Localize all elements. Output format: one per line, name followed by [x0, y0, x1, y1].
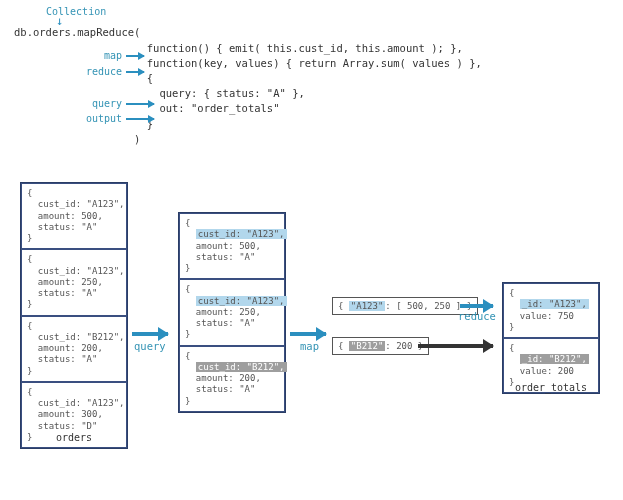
ann-map: map [66, 50, 122, 61]
orders-collection: { cust_id: "A123", amount: 500, status: … [20, 182, 128, 449]
filtered-doc-0: { cust_id: "A123", amount: 500, status: … [179, 213, 285, 279]
arrow-reduce-a [460, 304, 493, 308]
code-line-7: ) [14, 132, 614, 147]
label-collection: Collection [46, 6, 614, 17]
label-reduce: reduce [458, 310, 496, 322]
mapped-pair-b: { "B212": 200 } [332, 337, 429, 355]
filtered-collection: { cust_id: "A123", amount: 500, status: … [178, 212, 286, 413]
ann-output: output [66, 113, 122, 124]
mapped-pair-a: { "A123": [ 500, 250 ] } [332, 297, 478, 315]
code-block: Collection ↓ db.orders.mapReduce( functi… [14, 6, 614, 147]
result-doc-0: { _id: "A123", value: 750 } [503, 283, 599, 338]
ann-arrow-map [126, 55, 144, 57]
results-title: order_totals [502, 382, 600, 393]
orders-doc-1: { cust_id: "A123", amount: 250, status: … [21, 249, 127, 315]
ann-arrow-query [126, 103, 154, 105]
filtered-doc-2: { cust_id: "B212", amount: 200, status: … [179, 346, 285, 412]
arrow-reduce-b [418, 344, 493, 348]
orders-doc-0: { cust_id: "A123", amount: 500, status: … [21, 183, 127, 249]
code-line-0: db.orders.mapReduce( [14, 25, 614, 40]
ann-arrow-reduce [126, 71, 144, 73]
orders-title: orders [20, 432, 128, 443]
ann-reduce: reduce [66, 66, 122, 77]
ann-query: query [66, 98, 122, 109]
label-query: query [134, 340, 166, 352]
filtered-doc-1: { cust_id: "A123", amount: 250, status: … [179, 279, 285, 345]
collection-arrow: ↓ [56, 17, 614, 25]
ann-arrow-output [126, 118, 154, 120]
arrow-map [290, 332, 326, 336]
results-collection: { _id: "A123", value: 750 } { _id: "B212… [502, 282, 600, 394]
orders-doc-2: { cust_id: "B212", amount: 200, status: … [21, 316, 127, 382]
label-map: map [300, 340, 319, 352]
arrow-query [132, 332, 168, 336]
